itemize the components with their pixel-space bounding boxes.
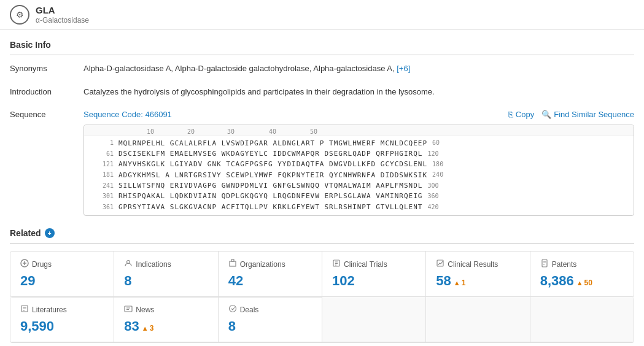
- sequence-header: Sequence Code: 466091 ⎘ Copy 🔍 Find Simi…: [83, 109, 634, 121]
- card-clinical-trials[interactable]: Clinical Trials 102: [322, 252, 426, 297]
- card-clinical-results[interactable]: Clinical Results 58 ▲ 1: [426, 252, 530, 297]
- seq-line-361: 361 GPRSYTIAVA SLGKGVACNP ACFITQLLPV KRK…: [89, 202, 626, 212]
- basic-info-title: Basic Info: [10, 40, 634, 55]
- sequence-row: Sequence Sequence Code: 466091 ⎘ Copy 🔍 …: [10, 109, 634, 216]
- card-indications[interactable]: Indications 8: [114, 252, 218, 297]
- card-empty-1: [322, 297, 426, 342]
- seq-line-181: 181 ADGYKHMSL A LNRTGRSIVY SCEWPLYMWF FQ…: [89, 171, 626, 180]
- news-label: News: [124, 304, 208, 315]
- seq-line-121: 121 ANYVHSKGLK LGIYADV GNK TCAGFPGSFG YY…: [89, 160, 626, 169]
- seq-line-301: 301 RHISPQAKAL LQDKDVIAIN QDPLGKQGYQ LRQ…: [89, 191, 626, 201]
- sequence-lines: 1 MQLRNPELHL GCALALRFLA LVSWDIPGAR ALDNG…: [84, 136, 634, 216]
- patents-label: Patents: [540, 259, 624, 269]
- card-literatures[interactable]: Literatures 9,590: [10, 297, 114, 342]
- gear-icon: ⚙: [16, 10, 24, 20]
- app-title: GLA: [36, 5, 89, 16]
- svg-point-22: [229, 306, 236, 312]
- related-info-btn[interactable]: +: [45, 228, 55, 238]
- app-header: ⚙ GLA α-Galactosidase: [0, 0, 644, 30]
- main-content: Basic Info Synonyms Alpha-D-galactosidas…: [0, 30, 644, 346]
- svg-rect-5: [231, 260, 234, 261]
- sequence-box: 10 20 30 40 50 1 MQLRNPELHL GCALALRFLA L…: [83, 125, 634, 217]
- synonyms-label: Synonyms: [10, 63, 83, 73]
- deals-label: Deals: [228, 304, 312, 315]
- introduction-label: Introduction: [10, 86, 83, 96]
- up-arrow-patents-icon: ▲: [576, 279, 583, 286]
- card-news[interactable]: News 83 ▲ 3: [114, 297, 218, 342]
- svg-rect-4: [230, 261, 236, 266]
- literatures-label: Literatures: [20, 304, 104, 315]
- card-patents[interactable]: Patents 8,386 ▲ 50: [530, 252, 634, 297]
- app-subtitle: α-Galactosidase: [36, 16, 89, 25]
- literatures-value: 9,590: [20, 318, 104, 334]
- drugs-value: 29: [20, 273, 104, 289]
- indications-label: Indications: [124, 259, 208, 269]
- indications-value: 8: [124, 273, 208, 289]
- deals-value: 8: [228, 318, 312, 334]
- seq-line-61: 61 DSCISEKLFM EMAELMVSEG WKDAGYEYLC IDDC…: [89, 149, 626, 158]
- organizations-icon: [228, 259, 237, 269]
- header-text: GLA α-Galactosidase: [36, 5, 89, 25]
- card-deals[interactable]: Deals 8: [219, 297, 322, 342]
- seq-line-1: 1 MQLRNPELHL GCALALRFLA LVSWDIPGAR ALDNG…: [89, 139, 626, 148]
- card-drugs[interactable]: Drugs 29: [10, 252, 114, 297]
- up-arrow-icon: ▲: [454, 279, 460, 286]
- patents-value: 8,386 ▲ 50: [540, 273, 624, 289]
- patents-delta: ▲ 50: [576, 279, 592, 287]
- organizations-label: Organizations: [228, 259, 312, 269]
- related-title: Related +: [10, 228, 634, 244]
- clinical-results-value: 58 ▲ 1: [436, 273, 519, 289]
- up-arrow-news-icon: ▲: [142, 325, 149, 332]
- synonyms-text: Alpha-D-galactosidase A, Alpha-D-galacto…: [83, 64, 395, 73]
- sequence-content: Sequence Code: 466091 ⎘ Copy 🔍 Find Simi…: [83, 109, 634, 216]
- sequence-actions: ⎘ Copy 🔍 Find Similar Sequence: [508, 110, 634, 119]
- copy-icon: ⎘: [508, 110, 513, 119]
- clinical-trials-value: 102: [332, 273, 416, 289]
- clinical-results-label: Clinical Results: [436, 259, 519, 269]
- copy-button[interactable]: ⎘ Copy: [508, 110, 534, 119]
- news-value: 83 ▲ 3: [124, 318, 208, 334]
- find-similar-icon: 🔍: [541, 110, 551, 119]
- synonyms-more-link[interactable]: [+6]: [397, 64, 410, 73]
- app-icon: ⚙: [10, 5, 29, 25]
- organizations-value: 42: [228, 273, 312, 289]
- clinical-results-icon: [436, 259, 444, 269]
- seq-line-241: 241 SILLWTSFNQ ERIVDVAGPG GWNDPDMLVI GNF…: [89, 181, 626, 190]
- introduction-row: Introduction Catalyzes the hydrolysis of…: [10, 86, 634, 98]
- synonyms-row: Synonyms Alpha-D-galactosidase A, Alpha-…: [10, 63, 634, 75]
- deals-icon: [228, 304, 237, 315]
- find-similar-button[interactable]: 🔍 Find Similar Sequence: [541, 110, 634, 119]
- related-cards-grid: Drugs 29 Indications 8: [10, 251, 634, 298]
- clinical-trials-label: Clinical Trials: [332, 259, 416, 269]
- news-delta: ▲ 3: [142, 324, 154, 333]
- patents-icon: [540, 259, 549, 269]
- related-cards-grid-2: Literatures 9,590 News 83 ▲: [10, 297, 634, 343]
- indications-icon: [124, 259, 133, 269]
- card-organizations[interactable]: Organizations 42: [219, 252, 322, 297]
- card-empty-3: [530, 297, 634, 342]
- svg-rect-19: [125, 306, 132, 312]
- sequence-code[interactable]: Sequence Code: 466091: [83, 109, 508, 121]
- related-section: Related + Drugs 29: [10, 228, 634, 343]
- clinical-results-delta: ▲ 1: [454, 279, 466, 287]
- introduction-value: Catalyzes the hydrolysis of glycosphingo…: [83, 86, 634, 98]
- news-icon: [124, 304, 133, 315]
- clinical-trials-icon: [332, 259, 341, 269]
- card-empty-2: [426, 297, 530, 342]
- literatures-icon: [20, 304, 29, 315]
- drugs-label: Drugs: [20, 259, 104, 269]
- drugs-icon: [20, 259, 29, 269]
- synonyms-value: Alpha-D-galactosidase A, Alpha-D-galacto…: [83, 63, 634, 75]
- sequence-label: Sequence: [10, 109, 83, 119]
